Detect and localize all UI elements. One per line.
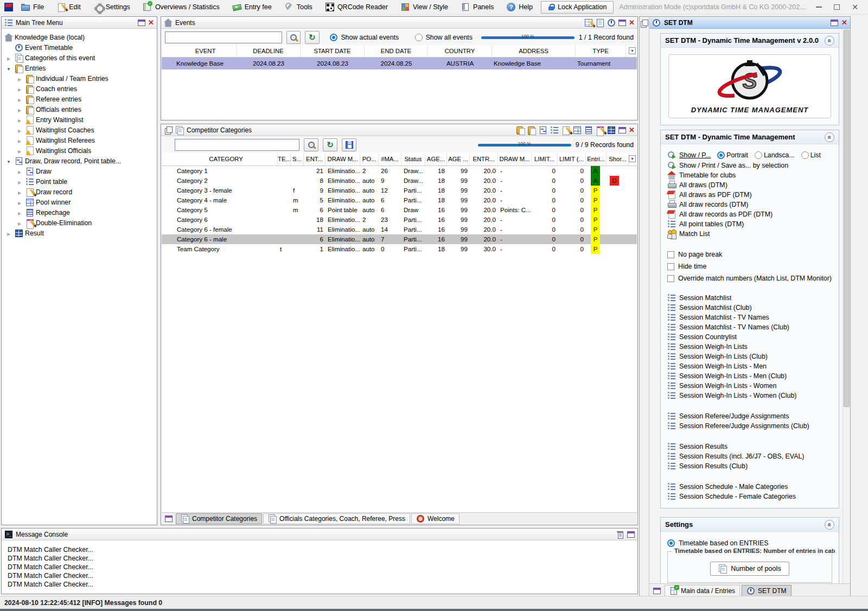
categories-column-header[interactable]: S... — [291, 153, 304, 166]
column-chooser-icon[interactable] — [629, 155, 636, 162]
dtm-link[interactable]: Match List — [667, 229, 833, 239]
dtm-link[interactable]: Session Matchlist (Club) — [667, 303, 833, 313]
tree-item[interactable]: Draw — [2, 166, 156, 176]
categories-column-header[interactable]: DRAW M... — [326, 153, 360, 166]
checkbox[interactable] — [667, 251, 674, 258]
draw-record-icon[interactable] — [561, 126, 570, 135]
expander-icon[interactable] — [15, 126, 24, 134]
categories-column-header[interactable]: PO... — [360, 153, 379, 166]
expander-icon[interactable] — [15, 199, 24, 206]
dtm-link[interactable]: Session Matchlist — [667, 293, 833, 303]
categories-column-header[interactable]: Status — [401, 153, 425, 166]
events-column-header[interactable]: EVENT — [175, 45, 237, 57]
tree-item[interactable]: Repechage — [2, 207, 156, 218]
expander-icon[interactable] — [15, 147, 24, 155]
clear-console-icon[interactable] — [616, 530, 624, 539]
close-panel-icon[interactable]: ✕ — [841, 20, 847, 26]
table-row[interactable]: Category 5 m 6 Point table auto 6 Draw 1… — [162, 205, 637, 215]
categories-column-header[interactable]: DRAW M... — [498, 153, 532, 166]
events-column-header[interactable]: TYPE — [576, 45, 626, 57]
orientation-radio[interactable] — [717, 151, 725, 159]
expander-icon[interactable] — [15, 106, 24, 113]
restore-panel-icon[interactable] — [653, 588, 661, 594]
dtm-link[interactable]: Session Weigh-In Lists (Club) — [667, 352, 833, 361]
expander-icon[interactable] — [15, 219, 24, 227]
dtm-link[interactable]: All draw records as PDF (DTM) — [667, 209, 833, 219]
dtm-link[interactable]: Session Weigh-In Lists - Men — [667, 361, 833, 371]
expander-icon[interactable] — [15, 85, 24, 93]
dtm-link[interactable]: Session Results — [667, 442, 833, 451]
category-tab[interactable]: Welcome — [411, 513, 459, 524]
table-row[interactable]: Category 1 21 Eliminatio... 2 26 Draw...… — [162, 166, 637, 176]
category-tab[interactable]: Competitor Categories — [176, 513, 262, 524]
dtm-link[interactable]: Session Weigh-In Lists - Women (Club) — [667, 391, 833, 400]
tree-item[interactable]: Categories of this event — [2, 53, 156, 63]
maximize-panel-icon[interactable] — [618, 127, 626, 133]
undock-icon[interactable] — [640, 19, 648, 28]
tree-item[interactable]: Event Timetable — [2, 42, 156, 53]
expander-icon[interactable] — [15, 75, 24, 82]
tree-item[interactable]: Draw record — [2, 187, 156, 197]
dtm-link[interactable]: All draws as PDF (DTM) — [667, 190, 833, 200]
dtm-link[interactable]: Session Matchlist - TV Names — [667, 313, 833, 322]
dtm-link[interactable]: Timetable for clubs — [667, 170, 833, 180]
expander-icon[interactable] — [4, 54, 13, 62]
pool-winner-icon[interactable] — [573, 126, 582, 135]
dtm-link[interactable]: Session Countrylist — [667, 332, 833, 342]
dtm-link[interactable]: Session Results (incl. J6/J7 - OBS, EVAL… — [667, 451, 833, 461]
tree-item[interactable]: Pool winner — [2, 197, 156, 207]
tree-item[interactable]: Entries — [2, 63, 156, 73]
point-table-icon[interactable] — [550, 126, 559, 135]
table-row[interactable]: Category 3 - female f 9 Eliminatio... au… — [162, 186, 637, 195]
expander-icon[interactable] — [4, 65, 13, 72]
dtm-link[interactable]: Show / Print / Save as... by selection — [667, 161, 833, 170]
expander-icon[interactable] — [4, 157, 13, 165]
categories-column-header[interactable]: AGE ... — [447, 153, 470, 166]
menu-item[interactable]: Help — [502, 1, 538, 13]
tree-item[interactable]: Officials entries — [2, 104, 156, 114]
categories-search-button[interactable] — [304, 138, 318, 151]
menu-item[interactable]: Edit — [52, 1, 86, 13]
lock-application-button[interactable]: Lock Application — [541, 1, 614, 14]
events-column-header[interactable]: START DATE — [301, 45, 365, 57]
events-refresh-button[interactable] — [305, 31, 319, 44]
expander-icon[interactable] — [15, 188, 24, 196]
orientation-radio[interactable] — [801, 151, 809, 159]
expander-icon[interactable] — [15, 116, 24, 124]
dock-scrollbar[interactable] — [843, 29, 850, 583]
column-chooser-icon[interactable] — [629, 47, 636, 54]
paste-category-icon[interactable] — [527, 126, 536, 135]
dtm-link[interactable]: Session Referee/Judge Assignments — [667, 411, 833, 421]
maximize-button[interactable] — [834, 4, 840, 10]
categories-column-header[interactable]: #MA... — [379, 153, 401, 166]
repechage-icon[interactable] — [584, 126, 593, 135]
table-row[interactable]: Team Category t 1 Eliminatio... auto 0 P… — [162, 244, 637, 254]
menu-item[interactable]: Panels — [456, 1, 499, 13]
tree-item[interactable]: Knowledge Base (local) — [2, 32, 156, 42]
categories-column-header[interactable]: LIMIT... — [532, 153, 558, 166]
tree-item[interactable]: Waitinglist Coaches — [2, 125, 156, 135]
events-column-header[interactable]: DEADLINE — [237, 45, 301, 57]
number-of-pools-button[interactable]: Number of pools — [710, 562, 789, 576]
categories-refresh-button[interactable] — [323, 138, 337, 151]
maximize-panel-icon[interactable] — [618, 20, 626, 26]
tree-item[interactable]: Draw, Draw record, Point table... — [2, 156, 156, 166]
table-row[interactable]: Category 6 - male 6 Eliminatio... auto 7… — [162, 234, 637, 244]
category-tab[interactable]: Officials Categories, Coach, Referee, Pr… — [263, 513, 410, 524]
dock-tab[interactable]: Main data / Entries — [665, 585, 740, 597]
categories-column-header[interactable]: Shor... — [607, 153, 629, 166]
collapse-section-button[interactable] — [825, 132, 834, 142]
dtm-link[interactable]: All draw records (DTM) — [667, 200, 833, 209]
maximize-panel-icon[interactable] — [831, 20, 838, 26]
collapse-section-button[interactable] — [825, 36, 834, 46]
menu-item[interactable]: QRCode Reader — [321, 1, 393, 13]
close-panel-icon[interactable]: ✕ — [629, 127, 635, 133]
dock-tab[interactable]: SET DTM — [742, 585, 791, 597]
dtm-link[interactable]: Session Matchlist - TV Names (Club) — [667, 322, 833, 332]
event-timetable-icon[interactable] — [607, 18, 616, 27]
checkbox[interactable] — [667, 275, 674, 282]
expander-icon[interactable] — [15, 137, 24, 144]
tree-item[interactable]: Waitinglist Referees — [2, 135, 156, 145]
show-actual-events-radio[interactable] — [330, 34, 337, 41]
tree-item[interactable]: Coach entries — [2, 84, 156, 94]
